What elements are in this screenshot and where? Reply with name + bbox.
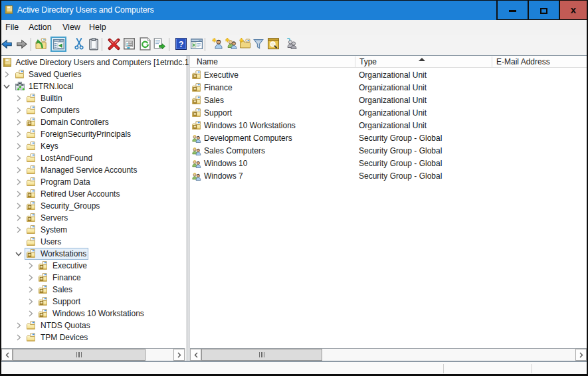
svg-text:?: ? [179,40,184,49]
